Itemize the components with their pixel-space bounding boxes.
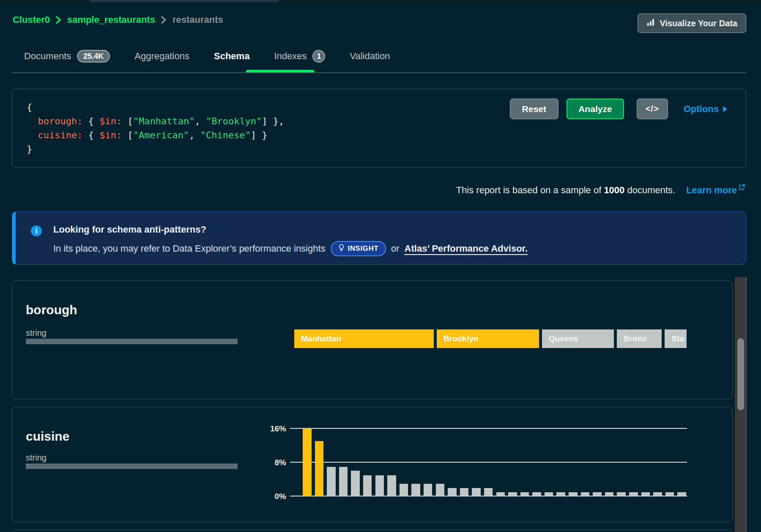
value-bar-bronx[interactable]: Bronx	[617, 329, 662, 348]
field-name: cuisine	[26, 429, 69, 444]
code-toggle-button[interactable]: </>	[637, 99, 668, 119]
options-link[interactable]: Options	[684, 104, 727, 115]
info-icon: i	[31, 225, 42, 236]
value-bar-label: Sta	[671, 334, 684, 343]
chevron-right-icon	[161, 16, 167, 24]
value-bar-label: Queens	[549, 334, 578, 343]
performance-advisor-link[interactable]: Atlas’ Performance Advisor.	[405, 243, 528, 254]
tab-label: Aggregations	[134, 51, 189, 62]
field-card-borough: borough string ManhattanBrooklynQueensBr…	[12, 280, 733, 399]
tab-count-badge: 25.4K	[77, 50, 110, 63]
value-bar-label: Manhattan	[301, 334, 341, 343]
cuisine-bar-11[interactable]	[436, 484, 445, 496]
analyze-button[interactable]: Analyze	[567, 99, 624, 119]
cuisine-bar-13[interactable]	[460, 488, 469, 496]
tab-label: Validation	[350, 51, 390, 62]
field-type-label[interactable]: string	[26, 328, 47, 338]
tab-schema[interactable]: Schema	[214, 51, 249, 62]
cuisine-bar-1[interactable]	[315, 441, 324, 496]
chevron-right-icon	[55, 16, 62, 24]
banner-accent-stripe	[12, 212, 16, 264]
cuisine-bar-7[interactable]	[387, 475, 396, 496]
cuisine-bar-25[interactable]	[605, 492, 614, 496]
insight-badge[interactable]: INSIGHT	[331, 241, 386, 256]
value-bar-queens[interactable]: Queens	[542, 329, 614, 348]
cuisine-bar-12[interactable]	[448, 488, 457, 496]
tab-validation[interactable]: Validation	[350, 51, 390, 62]
value-bar-label: Bronx	[624, 334, 647, 343]
value-bar-label: Brooklyn	[443, 334, 478, 343]
cuisine-bar-21[interactable]	[556, 492, 565, 496]
cuisine-bar-31[interactable]	[677, 492, 686, 496]
cuisine-bar-22[interactable]	[569, 492, 578, 496]
next-field-card-edge	[12, 529, 733, 532]
data-explorer-page: Cluster0 sample_restaurants restaurants …	[0, 0, 761, 532]
cuisine-bar-20[interactable]	[545, 492, 553, 496]
cuisine-bar-0[interactable]	[303, 428, 312, 496]
code-brackets-icon: </>	[646, 104, 659, 114]
query-editor[interactable]: { borough: { $in: ["Manhattan", "Brookly…	[27, 100, 284, 156]
query-code-line: }	[27, 142, 284, 156]
tab-count-badge: 1	[312, 50, 325, 63]
query-code-line: cuisine: { $in: ["American", "Chinese"] …	[27, 128, 284, 142]
cuisine-bar-30[interactable]	[665, 492, 674, 496]
cuisine-bar-24[interactable]	[593, 492, 602, 496]
tab-label: Documents	[24, 51, 71, 62]
tab-aggregations[interactable]: Aggregations	[134, 51, 189, 62]
tab-bottom-rule	[12, 72, 747, 73]
cuisine-bar-9[interactable]	[411, 484, 420, 496]
value-bar-manhattan[interactable]: Manhattan	[294, 329, 434, 348]
cuisine-bar-18[interactable]	[520, 492, 529, 496]
value-bar-brooklyn[interactable]: Brooklyn	[437, 329, 539, 348]
anti-pattern-banner: i Looking for schema anti-patterns? In i…	[12, 211, 746, 265]
sample-count: 1000	[604, 185, 624, 195]
cuisine-bar-10[interactable]	[424, 484, 433, 496]
field-card-cuisine: cuisine string 16% 8% 0%	[12, 407, 733, 522]
banner-body: In its place, you may refer to Data Expl…	[53, 241, 528, 256]
borough-value-bars: ManhattanBrooklynQueensBronxSta	[294, 329, 687, 348]
breadcrumb-cluster[interactable]: Cluster0	[13, 14, 50, 25]
cuisine-bar-26[interactable]	[617, 492, 626, 496]
cuisine-bar-19[interactable]	[532, 492, 541, 496]
scrollbar-track[interactable]	[735, 277, 747, 532]
field-type-label[interactable]: string	[26, 453, 47, 463]
ytick-16: 16%	[249, 424, 286, 433]
breadcrumb-collection: restaurants	[172, 14, 223, 25]
cuisine-bar-6[interactable]	[375, 475, 384, 496]
cuisine-bar-5[interactable]	[363, 475, 372, 496]
cuisine-bar-8[interactable]	[400, 484, 408, 496]
cuisine-bar-28[interactable]	[641, 492, 650, 496]
tab-documents[interactable]: Documents25.4K	[24, 50, 110, 63]
query-actions: Reset Analyze </> Options	[510, 99, 727, 119]
cuisine-bar-15[interactable]	[484, 488, 493, 496]
scrollbar-thumb[interactable]	[737, 338, 744, 410]
field-type-distribution-bar[interactable]	[26, 463, 238, 469]
tab-indexes[interactable]: Indexes1	[274, 50, 325, 63]
reset-button[interactable]: Reset	[510, 99, 558, 119]
value-bar-sta[interactable]: Sta	[665, 329, 687, 348]
learn-more-link[interactable]: Learn more	[686, 185, 745, 196]
visualize-your-data-button[interactable]: Visualize Your Data	[638, 14, 746, 33]
window-top-edge	[0, 0, 761, 2]
cuisine-bar-2[interactable]	[327, 467, 336, 496]
cuisine-bar-27[interactable]	[629, 492, 638, 496]
cuisine-bar-17[interactable]	[508, 492, 517, 496]
tab-label: Schema	[214, 51, 249, 62]
query-code-line: {	[27, 100, 284, 114]
sample-note: This report is based on a sample of 1000…	[456, 185, 745, 196]
cuisine-bar-14[interactable]	[472, 488, 481, 496]
banner-or-text: or	[391, 243, 400, 254]
ytick-8: 8%	[249, 458, 286, 467]
banner-body-text: In its place, you may refer to Data Expl…	[53, 243, 326, 254]
cuisine-bar-4[interactable]	[351, 471, 360, 496]
field-type-distribution-bar[interactable]	[26, 339, 238, 344]
tab-label: Indexes	[274, 51, 307, 62]
breadcrumb-database[interactable]: sample_restaurants	[67, 14, 155, 25]
breadcrumb: Cluster0 sample_restaurants restaurants	[13, 14, 223, 25]
cuisine-bar-23[interactable]	[581, 492, 590, 496]
field-name: borough	[26, 303, 77, 317]
cuisine-bar-3[interactable]	[339, 467, 348, 496]
cuisine-bar-16[interactable]	[496, 492, 505, 496]
sample-note-text: This report is based on a sample of 1000…	[456, 185, 676, 196]
cuisine-bar-29[interactable]	[653, 492, 662, 496]
